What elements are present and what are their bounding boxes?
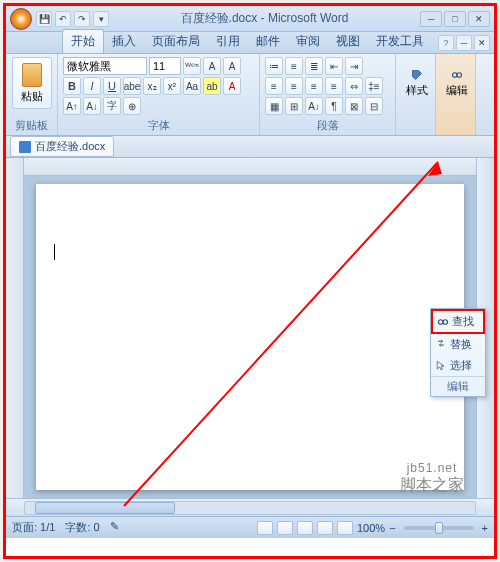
superscript-button[interactable]: x² — [163, 77, 181, 95]
font-color-button[interactable]: A — [223, 77, 241, 95]
vertical-ruler[interactable] — [6, 158, 24, 498]
char-border-icon[interactable]: A — [203, 57, 221, 75]
workspace: 查找 替换 选择 编辑 — [6, 158, 494, 498]
asian-layout-button[interactable]: ⊠ — [345, 97, 363, 115]
undo-icon[interactable]: ↶ — [55, 11, 71, 27]
editing-button[interactable]: 编辑 — [441, 57, 473, 109]
zoom-slider[interactable] — [404, 526, 474, 530]
office-button[interactable] — [10, 8, 32, 30]
styles-group: 样式 — [396, 54, 436, 135]
fullscreen-view[interactable] — [277, 521, 293, 535]
line-spacing-button[interactable]: ‡≡ — [365, 77, 383, 95]
tab-references[interactable]: 引用 — [208, 30, 248, 53]
zoom-slider-thumb[interactable] — [435, 522, 443, 534]
tab-developer[interactable]: 开发工具 — [368, 30, 432, 53]
replace-menu-item[interactable]: 替换 — [431, 334, 485, 355]
shading-button[interactable]: ▦ — [265, 97, 283, 115]
tab-review[interactable]: 审阅 — [288, 30, 328, 53]
highlight-button[interactable]: ab — [203, 77, 221, 95]
tab-mailings[interactable]: 邮件 — [248, 30, 288, 53]
editing-label: 编辑 — [446, 83, 468, 98]
replace-label: 替换 — [450, 337, 472, 352]
tabs-button[interactable]: ⊟ — [365, 97, 383, 115]
bullet-list-button[interactable]: ≔ — [265, 57, 283, 75]
document-tab-label: 百度经验.docx — [35, 139, 105, 154]
minimize-button[interactable]: ─ — [420, 11, 442, 27]
document-tab[interactable]: 百度经验.docx — [10, 136, 114, 157]
align-center-button[interactable]: ≡ — [285, 77, 303, 95]
change-case-button[interactable]: Aa — [183, 77, 201, 95]
select-menu-item[interactable]: 选择 — [431, 355, 485, 376]
find-menu-item[interactable]: 查找 — [431, 309, 485, 334]
multilevel-list-button[interactable]: ≣ — [305, 57, 323, 75]
outline-view[interactable] — [317, 521, 333, 535]
help-icon[interactable]: ? — [438, 35, 454, 51]
horizontal-ruler[interactable] — [24, 158, 476, 176]
paragraph-group: ≔ ≡ ≣ ⇤ ⇥ ≡ ≡ ≡ ≡ ⇔ ‡≡ ▦ ⊞ A↓ — [260, 54, 396, 135]
proofing-icon[interactable]: ✎ — [110, 520, 119, 535]
web-layout-view[interactable] — [297, 521, 313, 535]
phonetic-guide-icon[interactable]: A — [223, 57, 241, 75]
tab-layout[interactable]: 页面布局 — [144, 30, 208, 53]
font-name-combo[interactable]: 微软雅黑 — [63, 57, 147, 75]
decrease-indent-button[interactable]: ⇤ — [325, 57, 343, 75]
borders-button[interactable]: ⊞ — [285, 97, 303, 115]
distributed-button[interactable]: ⇔ — [345, 77, 363, 95]
bold-button[interactable]: B — [63, 77, 81, 95]
subscript-button[interactable]: x₂ — [143, 77, 161, 95]
zoom-out-button[interactable]: − — [389, 522, 395, 534]
text-cursor — [54, 244, 55, 260]
scroll-track[interactable] — [24, 501, 476, 515]
status-bar: 页面: 1/1 字数: 0 ✎ 100% − + — [6, 516, 494, 538]
document-tab-bar: 百度经验.docx — [6, 136, 494, 158]
editing-dropdown: 查找 替换 选择 编辑 — [430, 308, 486, 397]
increase-indent-button[interactable]: ⇥ — [345, 57, 363, 75]
tab-view[interactable]: 视图 — [328, 30, 368, 53]
number-list-button[interactable]: ≡ — [285, 57, 303, 75]
close-doc-icon[interactable]: ✕ — [474, 35, 490, 51]
svg-point-1 — [457, 72, 462, 77]
align-left-button[interactable]: ≡ — [265, 77, 283, 95]
page-number-status[interactable]: 页面: 1/1 — [12, 520, 55, 535]
word-count-status[interactable]: 字数: 0 — [65, 520, 99, 535]
save-icon[interactable]: 💾 — [36, 11, 52, 27]
redo-icon[interactable]: ↷ — [74, 11, 90, 27]
styles-icon — [411, 69, 423, 81]
print-layout-view[interactable] — [257, 521, 273, 535]
sort-button[interactable]: A↓ — [305, 97, 323, 115]
scroll-thumb[interactable] — [35, 502, 175, 514]
grow-font-button[interactable]: A↑ — [63, 97, 81, 115]
char-shading-button[interactable]: 字 — [103, 97, 121, 115]
paste-label: 粘贴 — [21, 89, 43, 104]
minimize-ribbon-icon[interactable]: ─ — [456, 35, 472, 51]
clear-formatting-icon[interactable]: ᵂᵉⁿ — [183, 57, 201, 75]
enclose-char-button[interactable]: ⊕ — [123, 97, 141, 115]
styles-label: 样式 — [406, 83, 428, 98]
strikethrough-button[interactable]: abe — [123, 77, 141, 95]
font-size-combo[interactable]: 11 — [149, 57, 181, 75]
zoom-level[interactable]: 100% — [357, 522, 385, 534]
tab-insert[interactable]: 插入 — [104, 30, 144, 53]
horizontal-scrollbar[interactable] — [6, 498, 494, 516]
show-marks-button[interactable]: ¶ — [325, 97, 343, 115]
svg-point-0 — [453, 72, 458, 77]
replace-icon — [435, 339, 447, 351]
styles-button[interactable]: 样式 — [401, 57, 433, 109]
underline-button[interactable]: U — [103, 77, 121, 95]
italic-button[interactable]: I — [83, 77, 101, 95]
close-button[interactable]: ✕ — [468, 11, 490, 27]
align-right-button[interactable]: ≡ — [305, 77, 323, 95]
ribbon: 粘贴 剪贴板 微软雅黑 11 ᵂᵉⁿ A A B I U abe x₂ — [6, 54, 494, 136]
zoom-in-button[interactable]: + — [482, 522, 488, 534]
font-group: 微软雅黑 11 ᵂᵉⁿ A A B I U abe x₂ x² Aa ab A — [58, 54, 260, 135]
ribbon-tabs: 开始 插入 页面布局 引用 邮件 审阅 视图 开发工具 ? ─ ✕ — [6, 32, 494, 54]
document-page[interactable] — [36, 184, 464, 490]
shrink-font-button[interactable]: A↓ — [83, 97, 101, 115]
maximize-button[interactable]: □ — [444, 11, 466, 27]
tab-home[interactable]: 开始 — [62, 29, 104, 53]
paste-button[interactable]: 粘贴 — [12, 57, 52, 109]
qat-dropdown-icon[interactable]: ▾ — [93, 11, 109, 27]
justify-button[interactable]: ≡ — [325, 77, 343, 95]
draft-view[interactable] — [337, 521, 353, 535]
editing-dropdown-label: 编辑 — [431, 376, 485, 396]
